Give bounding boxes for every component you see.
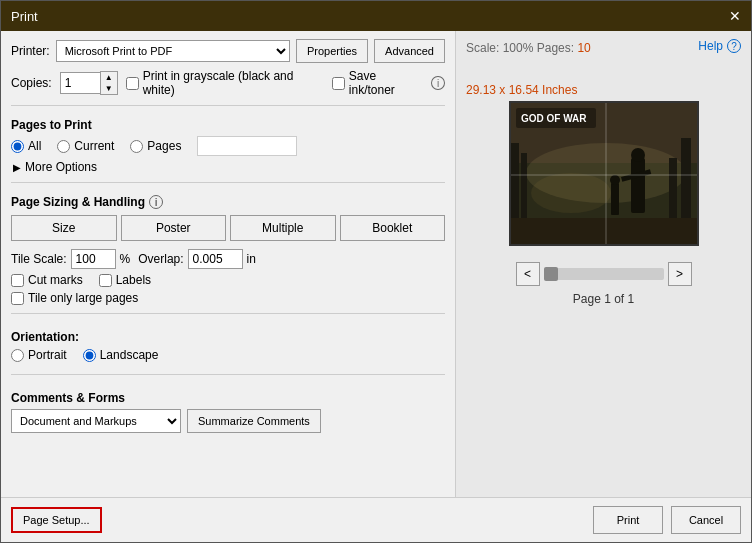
comments-select[interactable]: Document and Markups Document Form Field… (11, 409, 181, 433)
current-radio-label[interactable]: Current (57, 139, 114, 153)
overlap-unit: in (247, 252, 256, 266)
nav-row: < > (516, 262, 692, 286)
help-icon[interactable]: ? (727, 39, 741, 53)
portrait-radio[interactable] (11, 349, 24, 362)
comments-section: Comments & Forms Document and Markups Do… (11, 387, 445, 433)
size-button[interactable]: Size (11, 215, 117, 241)
tile-scale-label: Tile Scale: (11, 252, 67, 266)
sizing-info-icon[interactable]: i (149, 195, 163, 209)
sizing-buttons: Size Poster Multiple Booklet (11, 215, 445, 241)
svg-rect-8 (631, 158, 645, 213)
copies-row: Copies: ▲ ▼ Print in grayscale (black an… (11, 69, 445, 97)
poster-button[interactable]: Poster (121, 215, 227, 241)
portrait-radio-label[interactable]: Portrait (11, 348, 67, 362)
help-row: Help ? (698, 39, 741, 53)
summarize-comments-button[interactable]: Summarize Comments (187, 409, 321, 433)
next-page-button[interactable]: > (668, 262, 692, 286)
overlap-label: Overlap: (138, 252, 183, 266)
current-radio[interactable] (57, 140, 70, 153)
scale-info: Scale: 100% Pages: 10 (466, 41, 591, 55)
overlap-input[interactable] (188, 249, 243, 269)
bottom-row: Page Setup... Print Cancel (1, 497, 751, 542)
title-bar: Print ✕ (1, 1, 751, 31)
multiple-button[interactable]: Multiple (230, 215, 336, 241)
page-dimensions: 29.13 x 16.54 Inches (466, 83, 577, 97)
print-button[interactable]: Print (593, 506, 663, 534)
save-ink-checkbox[interactable] (332, 77, 345, 90)
orientation-title: Orientation: (11, 330, 445, 344)
tile-large-text: Tile only large pages (28, 291, 138, 305)
comments-title: Comments & Forms (11, 391, 445, 405)
page-slider[interactable] (544, 268, 664, 280)
close-button[interactable]: ✕ (729, 8, 741, 24)
right-panel: Help ? Scale: 100% Pages: 10 29.13 x 16.… (456, 31, 751, 497)
pages-radio-label[interactable]: Pages (130, 139, 181, 153)
bottom-right-buttons: Print Cancel (593, 506, 741, 534)
advanced-button[interactable]: Advanced (374, 39, 445, 63)
copies-up-button[interactable]: ▲ (101, 72, 117, 83)
grayscale-checkbox[interactable] (126, 77, 139, 90)
landscape-radio[interactable] (83, 349, 96, 362)
tile-scale-group: Tile Scale: % (11, 249, 130, 269)
checkboxes-row: Cut marks Labels (11, 273, 445, 287)
more-options-label: More Options (25, 160, 97, 174)
pages-range-input[interactable] (197, 136, 297, 156)
tile-large-row: Tile only large pages (11, 291, 445, 305)
copies-input[interactable] (60, 72, 100, 94)
labels-checkbox[interactable] (99, 274, 112, 287)
main-content: Printer: Microsoft Print to PDF Properti… (1, 31, 751, 497)
tile-large-checkbox[interactable] (11, 292, 24, 305)
cut-marks-text: Cut marks (28, 273, 83, 287)
svg-rect-11 (611, 183, 619, 215)
tile-scale-input[interactable] (71, 249, 116, 269)
landscape-radio-label[interactable]: Landscape (83, 348, 159, 362)
ink-info-icon[interactable]: i (431, 76, 445, 90)
prev-page-button[interactable]: < (516, 262, 540, 286)
labels-checkbox-label[interactable]: Labels (99, 273, 151, 287)
all-radio[interactable] (11, 140, 24, 153)
labels-text: Labels (116, 273, 151, 287)
printer-select[interactable]: Microsoft Print to PDF (56, 40, 290, 62)
pages-count: 10 (577, 41, 590, 55)
spinner-buttons: ▲ ▼ (100, 71, 118, 95)
pages-radio-group: All Current Pages (11, 136, 445, 156)
pages-section-title: Pages to Print (11, 118, 445, 132)
comments-row: Document and Markups Document Form Field… (11, 409, 445, 433)
more-options-arrow: ▶ (13, 162, 21, 173)
pages-radio[interactable] (130, 140, 143, 153)
sizing-title: Page Sizing & Handling (11, 195, 145, 209)
help-link[interactable]: Help (698, 39, 723, 53)
preview-image: GOD OF WAR (511, 103, 697, 244)
landscape-label: Landscape (100, 348, 159, 362)
tile-large-label[interactable]: Tile only large pages (11, 291, 445, 305)
copies-down-button[interactable]: ▼ (101, 83, 117, 94)
pages-section: Pages to Print All Current Pages (11, 114, 445, 174)
help-area: Help ? (698, 39, 741, 53)
divider-1 (11, 105, 445, 106)
page-setup-button[interactable]: Page Setup... (11, 507, 102, 533)
left-panel: Printer: Microsoft Print to PDF Properti… (1, 31, 456, 497)
portrait-label: Portrait (28, 348, 67, 362)
save-ink-checkbox-label[interactable]: Save ink/toner (332, 69, 423, 97)
more-options-toggle[interactable]: ▶ More Options (13, 160, 445, 174)
svg-rect-7 (511, 218, 699, 246)
percent-label: % (120, 252, 131, 266)
booklet-button[interactable]: Booklet (340, 215, 446, 241)
preview-container: GOD OF WAR (509, 101, 699, 246)
orientation-radio-group: Portrait Landscape (11, 348, 445, 362)
copies-label: Copies: (11, 76, 52, 90)
all-radio-label[interactable]: All (11, 139, 41, 153)
printer-row: Printer: Microsoft Print to PDF Properti… (11, 39, 445, 63)
all-label: All (28, 139, 41, 153)
window-title: Print (11, 9, 38, 24)
save-ink-label: Save ink/toner (349, 69, 423, 97)
properties-button[interactable]: Properties (296, 39, 368, 63)
cancel-button[interactable]: Cancel (671, 506, 741, 534)
cut-marks-label[interactable]: Cut marks (11, 273, 83, 287)
cut-marks-checkbox[interactable] (11, 274, 24, 287)
svg-text:GOD OF WAR: GOD OF WAR (521, 113, 587, 124)
sizing-section: Page Sizing & Handling i Size Poster Mul… (11, 195, 445, 305)
orientation-section: Orientation: Portrait Landscape (11, 326, 445, 366)
grayscale-checkbox-label[interactable]: Print in grayscale (black and white) (126, 69, 324, 97)
svg-point-15 (531, 173, 611, 213)
